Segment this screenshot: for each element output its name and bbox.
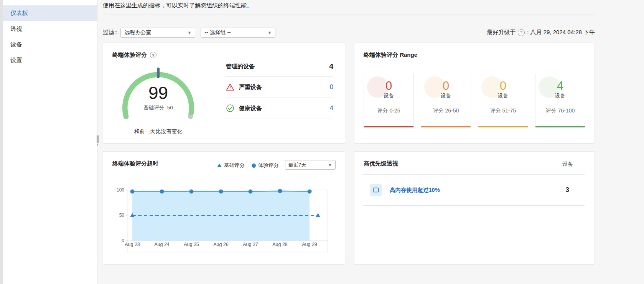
- office-filter-select[interactable]: 远程办公室 ▼: [120, 28, 195, 38]
- range-tile-0-25[interactable]: 0 设备 评分 0-25: [364, 74, 414, 127]
- memory-insight-icon: [370, 184, 382, 196]
- range-card-title: 终端体验评分 Range: [364, 51, 417, 59]
- svg-text:Aug 28: Aug 28: [272, 242, 288, 247]
- range-label: 评分 76-100: [535, 107, 585, 114]
- chevron-down-icon: ▼: [187, 30, 191, 35]
- healthy-devices-row: 健康设备 4: [226, 98, 333, 119]
- devices-column-header: 设备: [562, 161, 573, 168]
- score-value: 99: [117, 84, 199, 102]
- help-icon[interactable]: ?: [518, 29, 525, 36]
- svg-text:Aug 24: Aug 24: [154, 242, 170, 247]
- group-filter-value: -- 选择组 --: [204, 29, 231, 36]
- sidebar-item-dashboard[interactable]: 仪表板: [3, 5, 97, 21]
- sidebar-item-settings[interactable]: 设置: [3, 53, 97, 68]
- svg-text:Aug 25: Aug 25: [184, 242, 199, 247]
- managed-devices-label: 管理的设备: [226, 63, 255, 70]
- priority-insights-card: 高优先级透视 设备 高内存使用超过10% 3: [354, 151, 595, 264]
- legend-base-score[interactable]: 基础评分: [217, 162, 245, 169]
- range-label: 评分 51-75: [478, 107, 528, 114]
- range-tile-76-100[interactable]: 4 设备 评分 76-100: [535, 74, 585, 127]
- svg-text:100: 100: [117, 187, 124, 193]
- page-description: 使用在这里生成的指标，可以实时了解您组织的终端性能。: [103, 0, 595, 9]
- score-gauge: 99 基础评分: 50: [117, 68, 199, 123]
- range-count: 0: [421, 79, 471, 92]
- range-tile-26-50[interactable]: 0 设备 评分 26-50: [421, 74, 471, 127]
- office-filter-value: 远程办公室: [124, 29, 151, 36]
- insight-row[interactable]: 高内存使用超过10% 3: [363, 175, 585, 206]
- score-range-card: 终端体验评分 Range 0 设备 评分 0-25 0 设备 评分 26-50: [354, 43, 595, 144]
- range-unit: 设备: [364, 92, 413, 99]
- base-score-label: 基础评分: 50: [117, 104, 199, 111]
- device-metrics: 管理的设备 4 严重设备 0: [226, 60, 333, 119]
- window-edge: [0, 0, 3, 284]
- healthy-devices-value[interactable]: 4: [330, 104, 333, 112]
- trend-card-title: 终端体验评分超时: [112, 160, 158, 167]
- insight-link[interactable]: 高内存使用超过10%: [390, 187, 440, 194]
- critical-devices-row: 严重设备 0: [226, 77, 333, 98]
- warning-triangle-icon: [226, 83, 234, 91]
- range-tile-51-75[interactable]: 0 设备 评分 51-75: [478, 74, 528, 127]
- managed-devices-row: 管理的设备 4: [226, 60, 333, 77]
- legend-experience-score[interactable]: 体验评分: [252, 162, 279, 169]
- healthy-devices-label: 健康设备: [239, 105, 262, 112]
- main-area: 使用在这里生成的指标，可以实时了解您组织的终端性能。 过滤:: 远程办公室 ▼ …: [98, 0, 644, 284]
- legend-label: 基础评分: [224, 162, 245, 169]
- filter-bar: 过滤:: 远程办公室 ▼ -- 选择组 -- ▼ 最好升级于 ? : 八月 29…: [103, 27, 595, 38]
- chevron-down-icon: ▼: [328, 163, 332, 167]
- range-label: 评分 26-50: [421, 107, 471, 114]
- range-count: 0: [364, 79, 413, 92]
- legend-circle-marker: [252, 163, 256, 168]
- score-change-note: 和前一天比没有变化: [117, 128, 199, 135]
- insight-device-count: 3: [566, 186, 569, 194]
- insight-card-title: 高优先级透视: [364, 160, 398, 167]
- filter-label: 过滤::: [103, 29, 117, 36]
- range-unit: 设备: [535, 92, 585, 99]
- legend-triangle-marker: [217, 163, 222, 167]
- last-upgraded-label: 最好升级于: [487, 29, 516, 36]
- svg-text:50: 50: [119, 213, 125, 218]
- period-select[interactable]: 最近7天 ▼: [285, 160, 336, 170]
- managed-devices-value: 4: [329, 62, 333, 71]
- divider: [103, 15, 595, 15]
- range-unit: 设备: [478, 92, 528, 99]
- sidebar: 仪表板 透视 设备 设置: [3, 0, 97, 284]
- check-circle-icon: [226, 104, 234, 112]
- svg-text:Aug 26: Aug 26: [213, 242, 229, 247]
- help-icon[interactable]: ?: [150, 52, 156, 58]
- svg-text:Aug 29: Aug 29: [302, 242, 317, 247]
- sidebar-item-insights[interactable]: 透视: [3, 21, 97, 37]
- svg-text:Aug 23: Aug 23: [125, 242, 140, 247]
- legend-label: 体验评分: [258, 162, 279, 169]
- range-count: 4: [535, 79, 585, 92]
- svg-text:0: 0: [122, 238, 124, 243]
- group-filter-select[interactable]: -- 选择组 -- ▼: [201, 28, 275, 38]
- range-label: 评分 0-25: [364, 107, 413, 114]
- chevron-down-icon: ▼: [267, 30, 272, 35]
- score-trend-card: 终端体验评分超时 基础评分 体验评分 最近7天 ▼ 050100A: [103, 151, 345, 264]
- range-count: 0: [478, 79, 528, 92]
- score-card-title: 终端体验评分: [112, 51, 147, 59]
- critical-devices-label: 严重设备: [239, 84, 262, 91]
- gauge-baseline-marker: [157, 68, 160, 78]
- last-upgraded-value: : 八月 29, 2024 04:28 下午: [527, 29, 595, 36]
- chart-legend: 基础评分 体验评分: [217, 162, 279, 169]
- trend-chart: 050100Aug 23Aug 24Aug 25Aug 26Aug 27Aug …: [115, 185, 329, 254]
- experience-score-card: 终端体验评分 ? 99 基础评分: 50 和前一天比没有变化 管理的设备: [103, 43, 345, 144]
- range-unit: 设备: [421, 92, 471, 99]
- svg-text:Aug 27: Aug 27: [243, 242, 258, 247]
- sidebar-item-devices[interactable]: 设备: [3, 37, 97, 53]
- critical-devices-value[interactable]: 0: [330, 83, 333, 91]
- period-select-value: 最近7天: [288, 162, 306, 168]
